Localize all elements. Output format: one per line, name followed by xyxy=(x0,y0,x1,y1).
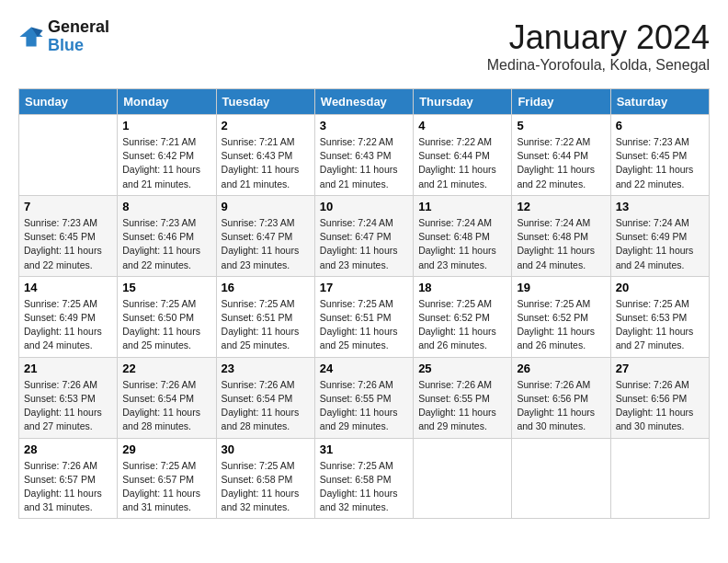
day-number: 29 xyxy=(122,442,210,456)
calendar-cell: 7Sunrise: 7:23 AMSunset: 6:45 PMDaylight… xyxy=(19,195,118,276)
calendar-cell: 28Sunrise: 7:26 AMSunset: 6:57 PMDayligh… xyxy=(19,438,118,519)
weekday-header-saturday: Saturday xyxy=(610,89,709,115)
calendar-cell: 23Sunrise: 7:26 AMSunset: 6:54 PMDayligh… xyxy=(216,357,314,438)
calendar-cell: 25Sunrise: 7:26 AMSunset: 6:55 PMDayligh… xyxy=(414,357,512,438)
day-number: 23 xyxy=(222,362,310,375)
day-info: Sunrise: 7:21 AMSunset: 6:43 PMDaylight:… xyxy=(222,135,310,191)
calendar-cell: 16Sunrise: 7:25 AMSunset: 6:51 PMDayligh… xyxy=(216,276,314,357)
calendar-cell: 14Sunrise: 7:25 AMSunset: 6:49 PMDayligh… xyxy=(19,276,118,357)
calendar-cell xyxy=(610,438,709,519)
day-number: 7 xyxy=(24,200,112,213)
day-info: Sunrise: 7:22 AMSunset: 6:44 PMDaylight:… xyxy=(517,135,605,191)
calendar-week-row: 1Sunrise: 7:21 AMSunset: 6:42 PMDaylight… xyxy=(19,115,710,196)
day-info: Sunrise: 7:25 AMSunset: 6:50 PMDaylight:… xyxy=(122,297,210,353)
day-number: 12 xyxy=(517,200,605,213)
calendar-week-row: 28Sunrise: 7:26 AMSunset: 6:57 PMDayligh… xyxy=(19,438,710,519)
weekday-header-monday: Monday xyxy=(118,89,216,115)
calendar-table: SundayMondayTuesdayWednesdayThursdayFrid… xyxy=(18,88,710,519)
calendar-cell xyxy=(19,115,118,196)
logo: General Blue xyxy=(18,18,109,55)
day-number: 18 xyxy=(418,281,506,294)
day-info: Sunrise: 7:24 AMSunset: 6:48 PMDaylight:… xyxy=(418,216,506,272)
day-info: Sunrise: 7:23 AMSunset: 6:46 PMDaylight:… xyxy=(122,216,210,272)
weekday-header-thursday: Thursday xyxy=(414,89,512,115)
calendar-cell: 12Sunrise: 7:24 AMSunset: 6:48 PMDayligh… xyxy=(512,195,610,276)
calendar-cell: 30Sunrise: 7:25 AMSunset: 6:58 PMDayligh… xyxy=(216,438,314,519)
calendar-cell: 20Sunrise: 7:25 AMSunset: 6:53 PMDayligh… xyxy=(610,276,709,357)
day-number: 26 xyxy=(517,362,605,375)
day-number: 31 xyxy=(320,442,408,456)
day-number: 4 xyxy=(418,119,506,132)
day-number: 5 xyxy=(517,119,605,132)
calendar-cell: 3Sunrise: 7:22 AMSunset: 6:43 PMDaylight… xyxy=(314,115,413,196)
day-number: 6 xyxy=(616,119,704,132)
calendar-cell: 10Sunrise: 7:24 AMSunset: 6:47 PMDayligh… xyxy=(314,195,413,276)
calendar-cell: 27Sunrise: 7:26 AMSunset: 6:56 PMDayligh… xyxy=(610,357,709,438)
day-number: 1 xyxy=(122,119,210,132)
day-info: Sunrise: 7:21 AMSunset: 6:42 PMDaylight:… xyxy=(122,135,210,191)
weekday-header-tuesday: Tuesday xyxy=(216,89,314,115)
day-number: 2 xyxy=(222,119,310,132)
calendar-cell: 26Sunrise: 7:26 AMSunset: 6:56 PMDayligh… xyxy=(512,357,610,438)
day-number: 11 xyxy=(418,200,506,213)
location-title: Medina-Yorofoula, Kolda, Senegal xyxy=(487,57,710,74)
weekday-header-row: SundayMondayTuesdayWednesdayThursdayFrid… xyxy=(19,89,710,115)
day-number: 17 xyxy=(320,281,408,294)
day-info: Sunrise: 7:26 AMSunset: 6:56 PMDaylight:… xyxy=(616,378,704,434)
day-info: Sunrise: 7:25 AMSunset: 6:52 PMDaylight:… xyxy=(517,297,605,353)
day-number: 28 xyxy=(24,442,112,456)
day-info: Sunrise: 7:24 AMSunset: 6:49 PMDaylight:… xyxy=(616,216,704,272)
day-number: 22 xyxy=(122,362,210,375)
calendar-cell: 5Sunrise: 7:22 AMSunset: 6:44 PMDaylight… xyxy=(512,115,610,196)
day-info: Sunrise: 7:25 AMSunset: 6:51 PMDaylight:… xyxy=(320,297,408,353)
day-info: Sunrise: 7:26 AMSunset: 6:57 PMDaylight:… xyxy=(24,459,112,515)
day-number: 10 xyxy=(320,200,408,213)
day-info: Sunrise: 7:25 AMSunset: 6:52 PMDaylight:… xyxy=(418,297,506,353)
page-header: General Blue January 2024 Medina-Yorofou… xyxy=(18,18,710,74)
day-number: 16 xyxy=(222,281,310,294)
logo-bird-icon xyxy=(18,24,44,50)
day-number: 9 xyxy=(222,200,310,213)
day-number: 3 xyxy=(320,119,408,132)
day-number: 15 xyxy=(122,281,210,294)
calendar-week-row: 21Sunrise: 7:26 AMSunset: 6:53 PMDayligh… xyxy=(19,357,710,438)
day-number: 30 xyxy=(222,442,310,456)
calendar-cell: 18Sunrise: 7:25 AMSunset: 6:52 PMDayligh… xyxy=(414,276,512,357)
calendar-cell: 24Sunrise: 7:26 AMSunset: 6:55 PMDayligh… xyxy=(314,357,413,438)
day-info: Sunrise: 7:26 AMSunset: 6:55 PMDaylight:… xyxy=(320,378,408,434)
calendar-cell: 31Sunrise: 7:25 AMSunset: 6:58 PMDayligh… xyxy=(314,438,413,519)
calendar-cell: 13Sunrise: 7:24 AMSunset: 6:49 PMDayligh… xyxy=(610,195,709,276)
day-info: Sunrise: 7:25 AMSunset: 6:51 PMDaylight:… xyxy=(222,297,310,353)
calendar-cell: 9Sunrise: 7:23 AMSunset: 6:47 PMDaylight… xyxy=(216,195,314,276)
calendar-cell: 29Sunrise: 7:25 AMSunset: 6:57 PMDayligh… xyxy=(118,438,216,519)
calendar-cell: 21Sunrise: 7:26 AMSunset: 6:53 PMDayligh… xyxy=(19,357,118,438)
weekday-header-friday: Friday xyxy=(512,89,610,115)
day-number: 25 xyxy=(418,362,506,375)
title-block: January 2024 Medina-Yorofoula, Kolda, Se… xyxy=(487,18,710,74)
day-number: 19 xyxy=(517,281,605,294)
calendar-week-row: 14Sunrise: 7:25 AMSunset: 6:49 PMDayligh… xyxy=(19,276,710,357)
month-title: January 2024 xyxy=(487,18,710,57)
calendar-cell: 2Sunrise: 7:21 AMSunset: 6:43 PMDaylight… xyxy=(216,115,314,196)
day-number: 21 xyxy=(24,362,112,375)
day-info: Sunrise: 7:24 AMSunset: 6:48 PMDaylight:… xyxy=(517,216,605,272)
day-number: 8 xyxy=(122,200,210,213)
day-info: Sunrise: 7:25 AMSunset: 6:53 PMDaylight:… xyxy=(616,297,704,353)
calendar-cell: 17Sunrise: 7:25 AMSunset: 6:51 PMDayligh… xyxy=(314,276,413,357)
day-number: 27 xyxy=(616,362,704,375)
calendar-cell: 1Sunrise: 7:21 AMSunset: 6:42 PMDaylight… xyxy=(118,115,216,196)
day-info: Sunrise: 7:26 AMSunset: 6:54 PMDaylight:… xyxy=(122,378,210,434)
day-info: Sunrise: 7:22 AMSunset: 6:44 PMDaylight:… xyxy=(418,135,506,191)
day-info: Sunrise: 7:25 AMSunset: 6:58 PMDaylight:… xyxy=(320,459,408,515)
weekday-header-sunday: Sunday xyxy=(19,89,118,115)
weekday-header-wednesday: Wednesday xyxy=(314,89,413,115)
day-info: Sunrise: 7:23 AMSunset: 6:45 PMDaylight:… xyxy=(24,216,112,272)
calendar-cell: 4Sunrise: 7:22 AMSunset: 6:44 PMDaylight… xyxy=(414,115,512,196)
calendar-week-row: 7Sunrise: 7:23 AMSunset: 6:45 PMDaylight… xyxy=(19,195,710,276)
calendar-cell: 19Sunrise: 7:25 AMSunset: 6:52 PMDayligh… xyxy=(512,276,610,357)
day-info: Sunrise: 7:25 AMSunset: 6:57 PMDaylight:… xyxy=(122,459,210,515)
day-info: Sunrise: 7:25 AMSunset: 6:58 PMDaylight:… xyxy=(222,459,310,515)
day-info: Sunrise: 7:24 AMSunset: 6:47 PMDaylight:… xyxy=(320,216,408,272)
logo-text: General Blue xyxy=(48,18,109,55)
calendar-cell: 11Sunrise: 7:24 AMSunset: 6:48 PMDayligh… xyxy=(414,195,512,276)
